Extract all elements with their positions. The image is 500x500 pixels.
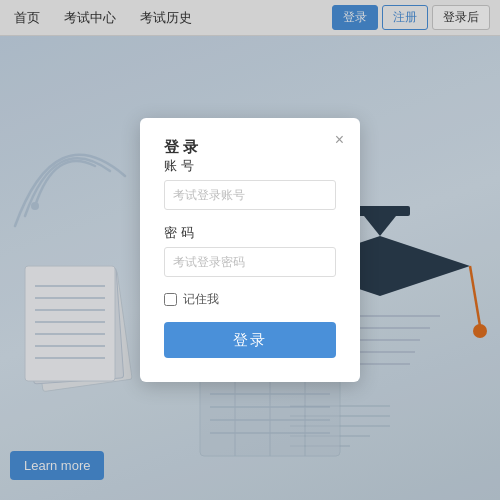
account-label: 账 号 <box>164 157 336 175</box>
modal-title: 登 录 <box>164 138 198 155</box>
modal-backdrop: 登 录 × 账 号 密 码 记住我 登录 <box>0 0 500 500</box>
account-field-group: 账 号 <box>164 157 336 210</box>
remember-row: 记住我 <box>164 291 336 308</box>
password-label: 密 码 <box>164 224 336 242</box>
password-field-group: 密 码 <box>164 224 336 277</box>
remember-label: 记住我 <box>183 291 219 308</box>
account-input[interactable] <box>164 180 336 210</box>
password-input[interactable] <box>164 247 336 277</box>
login-modal: 登 录 × 账 号 密 码 记住我 登录 <box>140 118 360 382</box>
remember-checkbox[interactable] <box>164 293 177 306</box>
modal-close-button[interactable]: × <box>335 132 344 148</box>
modal-login-button[interactable]: 登录 <box>164 322 336 358</box>
